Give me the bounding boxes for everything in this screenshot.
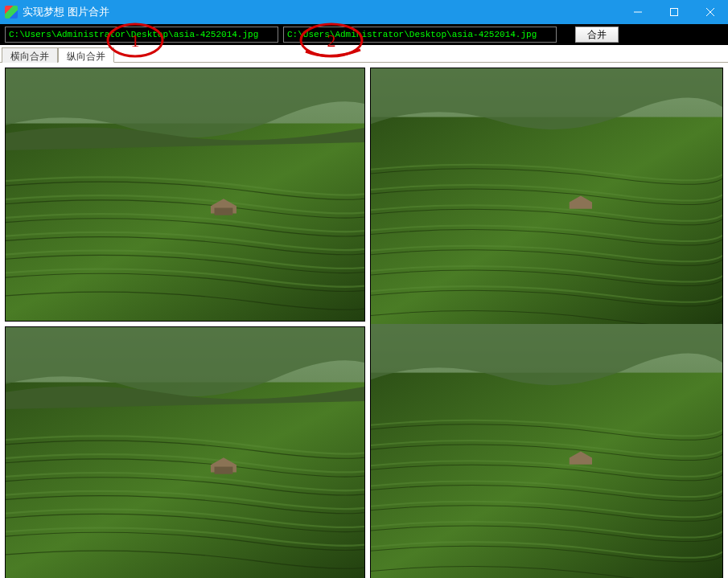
path-input-2[interactable]: C:\Users\Administrator\Desktop\asia-4252… [283, 27, 557, 43]
svg-rect-11 [215, 467, 233, 474]
merge-button[interactable]: 合并 [575, 27, 619, 43]
minimize-button[interactable] [619, 0, 656, 24]
tab-horizontal[interactable]: 横向合并 [2, 47, 58, 63]
app-icon [5, 6, 18, 18]
app-window: 实现梦想 图片合并 C:\Users\Administrator\Desktop… [0, 0, 728, 578]
svg-rect-1 [670, 9, 677, 16]
window-title: 实现梦想 图片合并 [23, 5, 109, 19]
maximize-button[interactable] [656, 0, 692, 24]
content-area [0, 63, 728, 578]
right-column [370, 68, 723, 578]
titlebar: 实现梦想 图片合并 [0, 0, 728, 24]
svg-rect-7 [215, 208, 233, 215]
merged-result-image [370, 68, 723, 578]
preview-image-2 [5, 326, 365, 578]
preview-image-1 [5, 68, 365, 322]
tab-vertical[interactable]: 纵向合并 [58, 47, 114, 63]
close-button[interactable] [692, 0, 728, 24]
svg-rect-5 [6, 124, 364, 321]
left-column [5, 68, 365, 578]
tabbar: 横向合并 纵向合并 [0, 45, 728, 63]
toolbar: C:\Users\Administrator\Desktop\asia-4252… [0, 24, 728, 45]
path-input-1[interactable]: C:\Users\Administrator\Desktop\asia-4252… [5, 27, 278, 43]
